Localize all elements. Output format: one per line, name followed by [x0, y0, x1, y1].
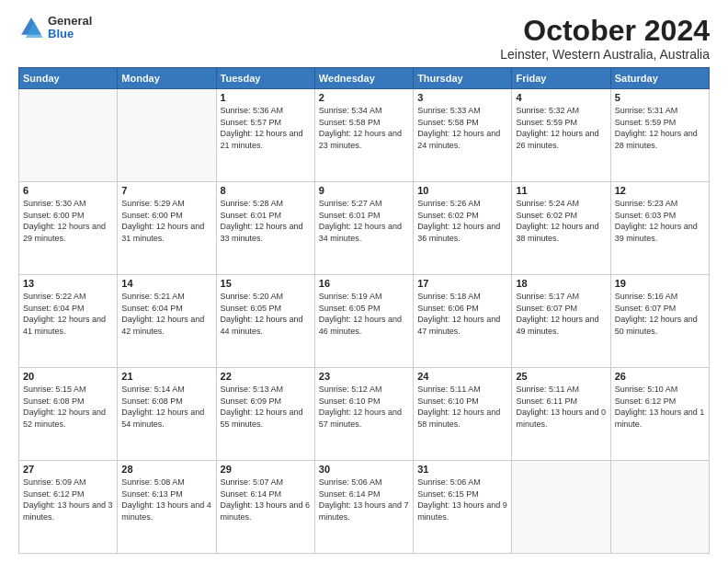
- col-saturday: Saturday: [610, 68, 709, 89]
- day-info: Sunrise: 5:20 AM Sunset: 6:05 PM Dayligh…: [221, 291, 311, 337]
- day-number: 29: [221, 464, 311, 475]
- day-info: Sunrise: 5:14 AM Sunset: 6:08 PM Dayligh…: [121, 384, 211, 430]
- day-info: Sunrise: 5:07 AM Sunset: 6:14 PM Dayligh…: [221, 477, 311, 523]
- day-number: 3: [417, 92, 507, 103]
- day-number: 4: [516, 92, 606, 103]
- calendar-cell: 2Sunrise: 5:34 AM Sunset: 5:58 PM Daylig…: [314, 89, 413, 182]
- calendar-header: Sunday Monday Tuesday Wednesday Thursday…: [19, 68, 710, 89]
- day-number: 22: [221, 371, 311, 382]
- calendar-cell: [118, 89, 216, 182]
- day-number: 15: [221, 278, 311, 289]
- day-info: Sunrise: 5:10 AM Sunset: 6:12 PM Dayligh…: [615, 384, 705, 430]
- calendar-cell: 21Sunrise: 5:14 AM Sunset: 6:08 PM Dayli…: [118, 368, 216, 461]
- calendar-body: 1Sunrise: 5:36 AM Sunset: 5:57 PM Daylig…: [19, 89, 710, 554]
- title-block: October 2024 Leinster, Western Australia…: [500, 15, 710, 62]
- day-number: 26: [615, 371, 705, 382]
- calendar-cell: 22Sunrise: 5:13 AM Sunset: 6:09 PM Dayli…: [216, 368, 314, 461]
- day-info: Sunrise: 5:33 AM Sunset: 5:58 PM Dayligh…: [417, 105, 507, 151]
- logo-icon: [18, 15, 44, 40]
- day-number: 2: [319, 92, 409, 103]
- calendar-cell: 10Sunrise: 5:26 AM Sunset: 6:02 PM Dayli…: [414, 182, 512, 275]
- col-wednesday: Wednesday: [314, 68, 413, 89]
- calendar-cell: 11Sunrise: 5:24 AM Sunset: 6:02 PM Dayli…: [512, 182, 610, 275]
- day-info: Sunrise: 5:22 AM Sunset: 6:04 PM Dayligh…: [23, 291, 113, 337]
- day-number: 24: [417, 371, 507, 382]
- calendar-week-1: 1Sunrise: 5:36 AM Sunset: 5:57 PM Daylig…: [19, 89, 710, 182]
- calendar-cell: 4Sunrise: 5:32 AM Sunset: 5:59 PM Daylig…: [512, 89, 610, 182]
- day-info: Sunrise: 5:06 AM Sunset: 6:14 PM Dayligh…: [319, 477, 409, 523]
- day-info: Sunrise: 5:19 AM Sunset: 6:05 PM Dayligh…: [319, 291, 409, 337]
- day-info: Sunrise: 5:18 AM Sunset: 6:06 PM Dayligh…: [417, 291, 507, 337]
- day-number: 30: [319, 464, 409, 475]
- day-info: Sunrise: 5:23 AM Sunset: 6:03 PM Dayligh…: [615, 198, 705, 244]
- day-info: Sunrise: 5:17 AM Sunset: 6:07 PM Dayligh…: [516, 291, 606, 337]
- day-number: 5: [615, 92, 705, 103]
- calendar-cell: 29Sunrise: 5:07 AM Sunset: 6:14 PM Dayli…: [216, 461, 314, 554]
- calendar-cell: 3Sunrise: 5:33 AM Sunset: 5:58 PM Daylig…: [414, 89, 512, 182]
- day-info: Sunrise: 5:13 AM Sunset: 6:09 PM Dayligh…: [221, 384, 311, 430]
- calendar-cell: 23Sunrise: 5:12 AM Sunset: 6:10 PM Dayli…: [314, 368, 413, 461]
- day-number: 18: [516, 278, 606, 289]
- day-info: Sunrise: 5:11 AM Sunset: 6:10 PM Dayligh…: [417, 384, 507, 430]
- day-number: 27: [23, 464, 113, 475]
- calendar-cell: 14Sunrise: 5:21 AM Sunset: 6:04 PM Dayli…: [118, 275, 216, 368]
- subtitle: Leinster, Western Australia, Australia: [500, 47, 710, 62]
- day-info: Sunrise: 5:06 AM Sunset: 6:15 PM Dayligh…: [417, 477, 507, 523]
- day-info: Sunrise: 5:09 AM Sunset: 6:12 PM Dayligh…: [23, 477, 113, 523]
- day-number: 28: [121, 464, 211, 475]
- col-monday: Monday: [118, 68, 216, 89]
- day-number: 12: [615, 185, 705, 196]
- calendar-cell: 6Sunrise: 5:30 AM Sunset: 6:00 PM Daylig…: [19, 182, 118, 275]
- day-number: 20: [23, 371, 113, 382]
- calendar-week-3: 13Sunrise: 5:22 AM Sunset: 6:04 PM Dayli…: [19, 275, 710, 368]
- day-number: 17: [417, 278, 507, 289]
- col-tuesday: Tuesday: [216, 68, 314, 89]
- day-number: 13: [23, 278, 113, 289]
- page: General Blue October 2024 Leinster, West…: [0, 0, 728, 563]
- calendar-cell: 12Sunrise: 5:23 AM Sunset: 6:03 PM Dayli…: [610, 182, 709, 275]
- calendar-cell: 24Sunrise: 5:11 AM Sunset: 6:10 PM Dayli…: [414, 368, 512, 461]
- header-row: Sunday Monday Tuesday Wednesday Thursday…: [19, 68, 710, 89]
- calendar-week-5: 27Sunrise: 5:09 AM Sunset: 6:12 PM Dayli…: [19, 461, 710, 554]
- calendar-cell: 31Sunrise: 5:06 AM Sunset: 6:15 PM Dayli…: [414, 461, 512, 554]
- calendar-cell: 15Sunrise: 5:20 AM Sunset: 6:05 PM Dayli…: [216, 275, 314, 368]
- calendar-cell: 16Sunrise: 5:19 AM Sunset: 6:05 PM Dayli…: [314, 275, 413, 368]
- header: General Blue October 2024 Leinster, West…: [18, 15, 710, 62]
- day-info: Sunrise: 5:26 AM Sunset: 6:02 PM Dayligh…: [417, 198, 507, 244]
- calendar-cell: 7Sunrise: 5:29 AM Sunset: 6:00 PM Daylig…: [118, 182, 216, 275]
- day-info: Sunrise: 5:32 AM Sunset: 5:59 PM Dayligh…: [516, 105, 606, 151]
- calendar-cell: 19Sunrise: 5:16 AM Sunset: 6:07 PM Dayli…: [610, 275, 709, 368]
- day-info: Sunrise: 5:30 AM Sunset: 6:00 PM Dayligh…: [23, 198, 113, 244]
- day-number: 21: [121, 371, 211, 382]
- day-number: 9: [319, 185, 409, 196]
- calendar-cell: 26Sunrise: 5:10 AM Sunset: 6:12 PM Dayli…: [610, 368, 709, 461]
- calendar-cell: [19, 89, 118, 182]
- calendar-cell: 17Sunrise: 5:18 AM Sunset: 6:06 PM Dayli…: [414, 275, 512, 368]
- day-number: 1: [221, 92, 311, 103]
- day-info: Sunrise: 5:11 AM Sunset: 6:11 PM Dayligh…: [516, 384, 606, 430]
- day-info: Sunrise: 5:24 AM Sunset: 6:02 PM Dayligh…: [516, 198, 606, 244]
- day-number: 8: [221, 185, 311, 196]
- day-number: 16: [319, 278, 409, 289]
- day-number: 25: [516, 371, 606, 382]
- day-info: Sunrise: 5:28 AM Sunset: 6:01 PM Dayligh…: [221, 198, 311, 244]
- calendar-cell: 13Sunrise: 5:22 AM Sunset: 6:04 PM Dayli…: [19, 275, 118, 368]
- day-number: 31: [417, 464, 507, 475]
- day-info: Sunrise: 5:16 AM Sunset: 6:07 PM Dayligh…: [615, 291, 705, 337]
- col-thursday: Thursday: [414, 68, 512, 89]
- calendar-cell: 20Sunrise: 5:15 AM Sunset: 6:08 PM Dayli…: [19, 368, 118, 461]
- day-info: Sunrise: 5:27 AM Sunset: 6:01 PM Dayligh…: [319, 198, 409, 244]
- main-title: October 2024: [500, 15, 710, 47]
- calendar-week-4: 20Sunrise: 5:15 AM Sunset: 6:08 PM Dayli…: [19, 368, 710, 461]
- day-number: 7: [121, 185, 211, 196]
- day-number: 11: [516, 185, 606, 196]
- col-sunday: Sunday: [19, 68, 118, 89]
- day-info: Sunrise: 5:36 AM Sunset: 5:57 PM Dayligh…: [221, 105, 311, 151]
- logo-text: General Blue: [48, 15, 92, 41]
- day-number: 6: [23, 185, 113, 196]
- calendar-cell: 18Sunrise: 5:17 AM Sunset: 6:07 PM Dayli…: [512, 275, 610, 368]
- calendar-cell: 25Sunrise: 5:11 AM Sunset: 6:11 PM Dayli…: [512, 368, 610, 461]
- calendar-cell: 5Sunrise: 5:31 AM Sunset: 5:59 PM Daylig…: [610, 89, 709, 182]
- day-info: Sunrise: 5:31 AM Sunset: 5:59 PM Dayligh…: [615, 105, 705, 151]
- day-number: 19: [615, 278, 705, 289]
